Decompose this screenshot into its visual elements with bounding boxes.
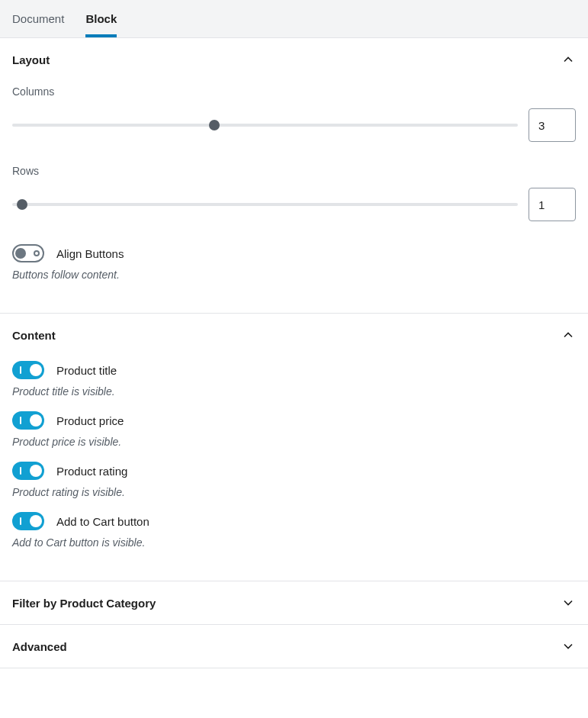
rows-label: Rows: [12, 165, 576, 177]
panel-filter-title: Filter by Product Category: [12, 597, 156, 610]
product-price-help: Product price is visible.: [12, 436, 576, 448]
columns-input[interactable]: 3: [529, 108, 576, 142]
content-item-add-to-cart: Add to Cart button Add to Cart button is…: [12, 512, 576, 549]
product-price-label: Product price: [56, 414, 124, 427]
rows-slider-thumb[interactable]: [17, 199, 27, 210]
panel-layout-header[interactable]: Layout: [0, 38, 588, 81]
rows-slider[interactable]: [12, 203, 518, 206]
content-item-product-title: Product title Product title is visible.: [12, 361, 576, 398]
columns-slider-thumb[interactable]: [209, 120, 220, 130]
chevron-down-icon: [561, 639, 576, 654]
product-rating-label: Product rating: [56, 465, 127, 478]
tab-document[interactable]: Document: [12, 0, 64, 37]
align-buttons-row: Align Buttons: [12, 244, 576, 262]
panel-advanced: Advanced: [0, 625, 588, 668]
tab-bar: Document Block: [0, 0, 588, 38]
panel-content-header[interactable]: Content: [0, 314, 588, 356]
panel-content-title: Content: [12, 329, 56, 342]
panel-content-body: Product title Product title is visible. …: [0, 361, 588, 581]
chevron-up-icon: [561, 327, 576, 343]
product-price-toggle[interactable]: [12, 411, 44, 430]
add-to-cart-help: Add to Cart button is visible.: [12, 536, 576, 549]
panel-layout: Layout Columns 3 Rows 1 Align Buttons Bu…: [0, 38, 588, 314]
panel-filter-header[interactable]: Filter by Product Category: [0, 581, 588, 624]
tab-block[interactable]: Block: [85, 0, 117, 37]
columns-control: 3: [12, 108, 576, 142]
align-buttons-toggle[interactable]: [12, 244, 44, 262]
rows-input[interactable]: 1: [529, 188, 576, 221]
panel-filter: Filter by Product Category: [0, 581, 588, 625]
panel-content: Content Product title Product title is v…: [0, 314, 588, 581]
align-buttons-label: Align Buttons: [56, 247, 124, 260]
panel-advanced-title: Advanced: [12, 640, 67, 653]
rows-control: 1: [12, 188, 576, 221]
product-title-toggle[interactable]: [12, 361, 44, 379]
content-item-product-rating: Product rating Product rating is visible…: [12, 462, 576, 498]
add-to-cart-label: Add to Cart button: [56, 515, 149, 528]
product-rating-help: Product rating is visible.: [12, 486, 576, 498]
align-buttons-help: Buttons follow content.: [12, 269, 576, 281]
chevron-down-icon: [561, 595, 576, 610]
columns-slider[interactable]: [12, 124, 518, 127]
content-item-product-price: Product price Product price is visible.: [12, 411, 576, 448]
product-rating-toggle[interactable]: [12, 462, 44, 480]
add-to-cart-toggle[interactable]: [12, 512, 44, 530]
chevron-up-icon: [561, 52, 576, 67]
panel-layout-title: Layout: [12, 53, 50, 66]
panel-advanced-header[interactable]: Advanced: [0, 625, 588, 668]
columns-label: Columns: [12, 85, 576, 98]
product-title-help: Product title is visible.: [12, 385, 576, 398]
product-title-label: Product title: [56, 364, 117, 377]
panel-layout-body: Columns 3 Rows 1 Align Buttons Buttons f…: [0, 85, 588, 313]
